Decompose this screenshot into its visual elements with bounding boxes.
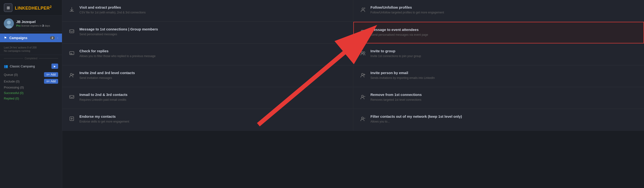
visit-extract-desc: CSV file for 1st (with emails), 2nd & 3r… bbox=[80, 11, 347, 15]
invite-2nd-3rd-title: Invite 2nd and 3rd level contacts bbox=[80, 71, 347, 75]
add-icon-2: ≡+ bbox=[46, 80, 50, 83]
svg-point-7 bbox=[361, 52, 363, 53]
endorse-desc: Endorse skills to get more engagement bbox=[80, 120, 347, 124]
follow-unfollow-content: Follow/Unfollow profiles Follow/Unfollow… bbox=[370, 5, 638, 15]
invite-email-content: Invite person by email Sends invitations… bbox=[370, 71, 638, 80]
message-event-icon bbox=[360, 28, 367, 36]
action-card-remove-connections[interactable]: Remove from 1st connections Removes targ… bbox=[353, 87, 644, 109]
inmail-title: Inmail to 2nd & 3rd contacts bbox=[80, 92, 347, 97]
successful-label: Successful (0) bbox=[4, 91, 24, 95]
message-1st-desc: Send personalised messages bbox=[80, 32, 347, 36]
visit-extract-content: Visit and extract profiles CSV file for … bbox=[80, 5, 347, 15]
remove-connections-desc: Removes targeted 1st level connections bbox=[370, 98, 638, 102]
action-card-endorse[interactable]: Endorse my contacts Endorse skills to ge… bbox=[62, 109, 353, 131]
inmail-icon bbox=[68, 93, 76, 101]
completed-label: Completed bbox=[25, 57, 37, 60]
chevron-right-icon: › bbox=[57, 36, 58, 40]
invite-email-title: Invite person by email bbox=[370, 71, 638, 75]
queue-label: Queue (0) bbox=[4, 73, 18, 76]
check-replies-desc: Allows you to filter those who replied t… bbox=[80, 54, 347, 58]
endorse-icon bbox=[68, 115, 76, 123]
user-name: JB Jezequel bbox=[16, 20, 58, 24]
logo-icon: ⊞ bbox=[4, 3, 12, 12]
campaign-stats-list: Queue (0) ≡+ Add Exclude (0) ≡+ Add Proc… bbox=[4, 71, 58, 101]
logo-text: LINKEDHELPER2 bbox=[15, 5, 52, 11]
visit-extract-icon bbox=[68, 6, 76, 14]
action-card-inmail[interactable]: Inmail to 2nd & 3rd contacts Requires Li… bbox=[62, 87, 353, 109]
add-icon: ≡+ bbox=[46, 73, 50, 76]
main: Visit and extract profiles CSV file for … bbox=[62, 0, 644, 131]
sidebar-stats: Last 24 hrs' actions 0 of 200 No campaig… bbox=[0, 44, 62, 55]
stats-line-2: No campaigns running bbox=[4, 49, 58, 52]
filter-contacts-title: Filter contacts out of my network (keep … bbox=[370, 114, 638, 119]
endorse-title: Endorse my contacts bbox=[80, 114, 347, 119]
avatar bbox=[4, 19, 14, 29]
message-1st-title: Message to 1st connections | Group membe… bbox=[80, 27, 347, 31]
campaign-section: 👥 Classic Campaing ▶ Queue (0) ≡+ Add Ex… bbox=[0, 62, 62, 103]
sidebar-nav: ⚑ Campaigns 2 › bbox=[0, 32, 62, 44]
filter-contacts-desc: Allows you to... bbox=[370, 120, 638, 124]
pro-badge: Pro bbox=[16, 24, 20, 27]
campaign-people-icon: 👥 bbox=[4, 64, 8, 68]
sidebar-item-campaigns[interactable]: ⚑ Campaigns 2 › bbox=[0, 34, 62, 42]
filter-contacts-content: Filter contacts out of my network (keep … bbox=[370, 114, 638, 124]
processing-label: Processing (0) bbox=[4, 86, 24, 89]
action-card-invite-email[interactable]: Invite person by email Sends invitations… bbox=[353, 65, 644, 87]
campaigns-icon: ⚑ bbox=[4, 36, 7, 40]
action-card-message-1st[interactable]: Message to 1st connections | Group membe… bbox=[62, 22, 353, 43]
main-content-container: Visit and extract profiles CSV file for … bbox=[62, 0, 644, 188]
processing-stat: Processing (0) bbox=[4, 85, 58, 90]
invite-group-icon bbox=[359, 49, 367, 57]
replied-stat: Replied (0) bbox=[4, 96, 58, 101]
queue-add-button[interactable]: ≡+ Add bbox=[44, 72, 58, 77]
action-card-check-replies[interactable]: Check for replies Allows you to filter t… bbox=[62, 44, 353, 65]
svg-point-14 bbox=[362, 117, 364, 119]
queue-stat: Queue (0) ≡+ Add bbox=[4, 71, 58, 78]
invite-2nd-3rd-desc: Send invitation messages bbox=[80, 76, 347, 80]
svg-point-1 bbox=[7, 21, 11, 25]
divider-left bbox=[4, 58, 23, 58]
campaigns-badge: 2 bbox=[50, 36, 55, 40]
action-card-message-event[interactable]: Message to event attendees Send personal… bbox=[353, 22, 644, 43]
follow-unfollow-desc: Follow/Unfollow targeted profiles to get… bbox=[370, 11, 638, 15]
action-card-filter-contacts[interactable]: Filter contacts out of my network (keep … bbox=[353, 109, 644, 131]
invite-email-icon bbox=[359, 71, 367, 79]
check-replies-icon bbox=[68, 49, 76, 57]
message-event-content: Message to event attendees Send personal… bbox=[371, 28, 638, 37]
message-1st-icon bbox=[68, 28, 76, 35]
inmail-content: Inmail to 2nd & 3rd contacts Requires Li… bbox=[80, 92, 347, 102]
play-button[interactable]: ▶ bbox=[52, 64, 58, 69]
successful-stat: Successful (0) bbox=[4, 90, 58, 96]
action-card-visit-extract[interactable]: Visit and extract profiles CSV file for … bbox=[62, 0, 353, 22]
invite-group-title: Invite to group bbox=[370, 49, 638, 53]
exclude-label: Exclude (0) bbox=[4, 80, 20, 83]
actions-grid: Visit and extract profiles CSV file for … bbox=[62, 0, 644, 131]
message-event-desc: Send personalised messages via event pag… bbox=[371, 33, 638, 37]
svg-point-10 bbox=[362, 73, 364, 75]
sidebar: ⊞ LINKEDHELPER2 JB Jezequel Pro license … bbox=[0, 0, 62, 188]
action-card-invite-group[interactable]: Invite to group Invite 1st connections t… bbox=[353, 44, 644, 65]
logo-bar: ⊞ LINKEDHELPER2 bbox=[0, 0, 62, 16]
inmail-desc: Requires LinkedIn paid inmail credits bbox=[80, 98, 347, 102]
exclude-add-button[interactable]: ≡+ Add bbox=[44, 79, 58, 84]
action-card-invite-2nd-3rd[interactable]: Invite 2nd and 3rd level contacts Send i… bbox=[62, 65, 353, 87]
stats-line-1: Last 24 hrs' actions 0 of 200 bbox=[4, 46, 58, 49]
invite-2nd-3rd-content: Invite 2nd and 3rd level contacts Send i… bbox=[80, 71, 347, 80]
campaign-name: Classic Campaing bbox=[10, 64, 50, 68]
invite-group-desc: Invite 1st connections to join your grou… bbox=[370, 54, 638, 58]
user-info: JB Jezequel Pro license expires in 3 day… bbox=[16, 20, 58, 27]
user-section: JB Jezequel Pro license expires in 3 day… bbox=[0, 16, 62, 32]
visit-extract-title: Visit and extract profiles bbox=[80, 5, 347, 9]
follow-unfollow-title: Follow/Unfollow profiles bbox=[370, 5, 638, 9]
campaigns-label: Campaigns bbox=[9, 36, 48, 40]
invite-email-desc: Sends invitations by importing emails in… bbox=[370, 76, 638, 80]
svg-point-12 bbox=[362, 95, 364, 97]
divider-right bbox=[39, 58, 58, 58]
replied-label: Replied (0) bbox=[4, 97, 19, 100]
filter-contacts-icon bbox=[359, 115, 367, 123]
user-license: Pro license expires in 3 days bbox=[16, 24, 58, 27]
exclude-stat: Exclude (0) ≡+ Add bbox=[4, 78, 58, 85]
completed-divider: Completed bbox=[0, 55, 62, 62]
campaign-row: 👥 Classic Campaing ▶ bbox=[4, 64, 58, 69]
action-card-follow-unfollow[interactable]: Follow/Unfollow profiles Follow/Unfollow… bbox=[353, 0, 644, 22]
